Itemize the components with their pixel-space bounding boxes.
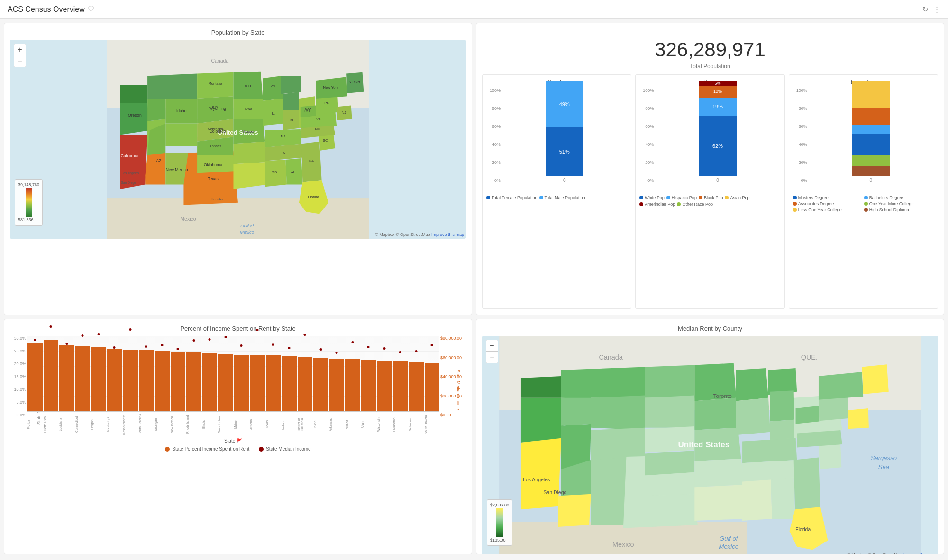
race-y-axis: 100% 80% 60% 40% 20% 0% (639, 88, 654, 183)
rent-improve-map-link[interactable]: Improve this map (903, 552, 936, 554)
education-stacked-bar (852, 81, 890, 176)
svg-text:NC: NC (315, 127, 320, 131)
rent-map-zoom-in[interactable]: + (486, 340, 498, 352)
svg-text:Iowa: Iowa (245, 107, 253, 111)
xlabel-texas: Texas (265, 413, 281, 436)
bar-louisiana (59, 345, 74, 411)
mapbox-credit: © Mapbox © OpenStreetMap (375, 232, 431, 237)
gender-male-dot (539, 196, 543, 199)
svg-text:San Diego: San Diego (544, 490, 567, 495)
xlabel-michigan: Michigan (154, 413, 169, 436)
gender-female-segment: 51% (546, 127, 583, 176)
xlabel-arkansas: Arkansas (329, 413, 344, 436)
xlabel-southcarolina: South Carolina (138, 413, 154, 436)
rent-chart-area: State Percent Income Spent on Rent 30.0%… (12, 336, 464, 452)
svg-text:Houston: Houston (211, 197, 224, 201)
education-bar-wrapper: 100% 80% 60% 40% 20% 0% (793, 88, 934, 192)
race-x-label: 0 (716, 178, 719, 183)
bar-oklahoma (393, 361, 408, 411)
population-map-panel: Population by State (4, 23, 472, 315)
education-chart: Education 100% 80% 60% 40% 20% 0% (789, 74, 938, 309)
xlabel-idaho: Idaho (313, 413, 328, 436)
rent-map-container: United States Canada QUE. Mexico Sargass… (482, 336, 938, 554)
rent-map-svg: United States Canada QUE. Mexico Sargass… (482, 336, 938, 554)
more-icon[interactable]: ⋮ (933, 5, 940, 14)
rent-map-title: Median Rent by County (482, 325, 938, 332)
rent-map-zoom-out[interactable]: − (486, 352, 498, 363)
svg-text:Sea: Sea (878, 463, 889, 470)
edu-associates-segment (852, 108, 890, 125)
state-axis-label: State 🚩 (27, 438, 439, 443)
edu-masters-segment (852, 134, 890, 155)
svg-text:S.D.: S.D. (212, 105, 219, 109)
bar-puertorico (44, 340, 59, 411)
race-other-legend: Other Race Pop (677, 202, 713, 207)
svg-text:Oregon: Oregon (128, 113, 142, 117)
total-pop-number: 326,289,971 (482, 38, 938, 61)
xlabel-utah: Utah (361, 413, 376, 436)
rent-map-panel: Median Rent by County (476, 319, 944, 554)
race-amerindian-legend: Amerindian Pop (639, 202, 675, 207)
xlabel-dc: District of Columbia (297, 413, 312, 436)
race-stacked-bar: 5% 12% 19% 62% (699, 81, 737, 176)
population-map-title: Population by State (10, 29, 466, 36)
rent-y-right-axis-title: State Median Income (456, 366, 461, 414)
race-other-segment: 5% (699, 81, 737, 86)
gender-legend: Total Female Population Total Male Popul… (486, 195, 627, 200)
bar-illinois (202, 353, 218, 411)
svg-text:Los Angeles: Los Angeles (523, 477, 550, 482)
heart-icon[interactable]: ♡ (88, 5, 94, 14)
svg-text:New York: New York (323, 85, 338, 90)
svg-text:AZ: AZ (156, 158, 161, 163)
svg-text:Oklahoma: Oklahoma (204, 163, 222, 167)
population-map-zoom-in[interactable]: + (14, 44, 26, 55)
race-black-legend: Black Pop (699, 195, 723, 200)
svg-text:Mexico: Mexico (240, 229, 254, 235)
xlabel-rhodeisland: Rhode Island (186, 413, 201, 436)
svg-text:United States: United States (678, 441, 730, 450)
svg-text:Florida: Florida (795, 527, 811, 532)
svg-text:WV: WV (305, 108, 311, 112)
xlabel-puertorico: Puerto Rico (43, 413, 58, 436)
svg-text:KY: KY (281, 134, 285, 138)
bar-indiana (282, 356, 297, 411)
rent-chart-legend: State Percent Income Spent on Rent State… (12, 446, 464, 452)
total-pop-label: Total Population (482, 63, 938, 70)
improve-map-link[interactable]: Improve this map (431, 232, 464, 237)
svg-text:Los Angeles: Los Angeles (122, 172, 139, 175)
rent-legend-gradient (496, 508, 503, 537)
bar-nebraska (409, 362, 424, 411)
gender-female-legend: Total Female Population (486, 195, 538, 200)
gender-chart: Gender 100% 80% 60% 40% 20% 0% 49% 51% (482, 74, 631, 309)
education-x-label: 0 (870, 178, 873, 183)
edu-bachelors-legend: Bachelors Degree (864, 195, 934, 200)
edu-bachelors-segment (852, 155, 890, 166)
gender-male-legend: Total Male Population (539, 195, 585, 200)
refresh-icon[interactable]: ↻ (922, 5, 929, 14)
race-asian-segment: 19% (699, 98, 737, 116)
population-map-zoom-out[interactable]: − (14, 55, 26, 67)
bar-wisconsin (377, 361, 392, 411)
population-map-attribution: © Mapbox © OpenStreetMap Improve this ma… (375, 232, 464, 237)
bar-massachusetts (123, 350, 138, 411)
svg-text:TN: TN (281, 151, 285, 155)
rent-pct-legend-item: State Percent Income Spent on Rent (165, 446, 249, 452)
rent-chart-title: Percent of Income Spent on Rent by State (12, 325, 464, 332)
population-map-legend: 39,148,760 581,836 (15, 179, 43, 226)
page-title: ACS Census Overview ♡ (8, 5, 94, 14)
svg-text:San Diego: San Diego (121, 181, 136, 185)
svg-text:Idaho: Idaho (176, 108, 187, 113)
edu-less1yr-segment (852, 81, 890, 108)
rent-legend-min: $135.00 (490, 538, 509, 542)
rent-legend-max: $2,036.00 (490, 503, 509, 507)
population-map-zoom-controls: + − (14, 44, 26, 67)
race-white-segment: 62% (699, 116, 737, 176)
edu-associates-legend: Associates Degree (793, 201, 863, 206)
xlabel-arizona: Arizona (249, 413, 264, 436)
gender-y-axis: 100% 80% 60% 40% 20% 0% (486, 88, 501, 183)
gender-stacked-bar: 49% 51% (546, 81, 583, 176)
gender-x-label: 0 (563, 178, 566, 183)
xlabel-indiana: Indiana (282, 413, 297, 436)
svg-text:Toronto: Toronto (713, 393, 732, 399)
xlabel-washington: Washington (218, 413, 233, 436)
